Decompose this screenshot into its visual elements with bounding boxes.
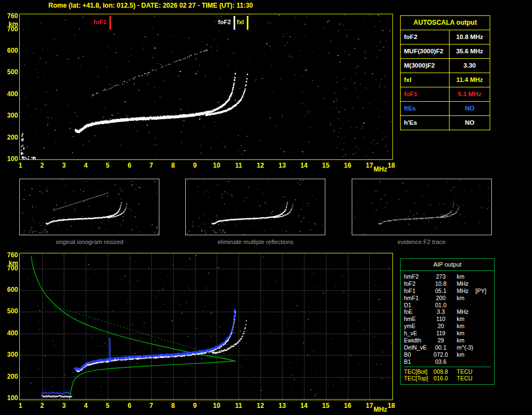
aip-rows: hmF2273kmfoF210.8MHzfoF105.1MHz[PY]hmF12…	[401, 271, 494, 384]
x-tick-label: 13	[279, 402, 286, 410]
y-tick-label: 600	[3, 47, 18, 54]
aip-row: TEC[Bot]009.8TECU	[404, 368, 491, 375]
aip-row-unit: TECU	[450, 375, 474, 382]
aip-row-value: 119	[431, 330, 450, 337]
aip-row-unit: km	[450, 295, 474, 302]
x-tick-label: 8	[171, 162, 175, 169]
thumbnail-no-multiples-canvas	[186, 179, 325, 235]
x-tick-label: 4	[84, 402, 88, 410]
aip-row: foE3.3MHz	[404, 308, 494, 316]
thumbnail-original-canvas	[20, 179, 159, 235]
aip-row: hmF1200km	[404, 295, 494, 302]
aip-row-unit: km	[450, 323, 474, 330]
autoscala-row: M(3000)F23.30	[401, 59, 490, 73]
x-tick-label: 4	[84, 162, 88, 169]
aip-row-value: 01.0	[431, 302, 450, 309]
thumbnail-f2-trace	[352, 179, 492, 235]
autoscala-row: MUF(3000)F235.6 MHz	[401, 45, 490, 59]
autoscala-row-value: NO	[450, 102, 490, 115]
aip-row-unit	[450, 358, 474, 366]
autoscala-row: fxI11.4 MHz	[401, 73, 490, 87]
fof1-marker-label: foF1	[94, 19, 107, 25]
autoscala-row: h'EsNO	[401, 116, 490, 130]
x-axis-unit: MHz	[374, 165, 387, 173]
x-tick-label: 5	[106, 402, 109, 410]
aip-row: hmF2273km	[404, 273, 494, 280]
autoscala-row-label: ftEs	[401, 102, 450, 115]
bottom-profile-canvas	[20, 253, 392, 400]
aip-row-label: foE	[404, 308, 431, 316]
x-tick-label: 3	[62, 402, 66, 410]
autoscala-header: AUTOSCALA output	[401, 16, 490, 30]
x-tick-label: 2	[40, 402, 44, 410]
x-tick-label: 11	[235, 402, 242, 410]
aip-row-value: 03.6	[431, 358, 450, 366]
x-tick-label: 16	[344, 162, 351, 169]
y-tick-label: 100	[3, 394, 18, 402]
top-ionogram-plot: foF1foF2fxI	[19, 14, 393, 160]
aip-row-label: ymE	[404, 323, 431, 330]
aip-row-value: 00.1	[431, 344, 450, 351]
thumbnail-caption: original ionogram resized	[56, 239, 124, 245]
autoscala-row-value: 10.8 MHz	[450, 30, 490, 44]
y-tick-label: 200	[3, 373, 18, 380]
x-tick-label: 9	[193, 162, 197, 169]
fof2-marker-label: foF2	[218, 19, 231, 25]
autoscala-row-value: 11.4 MHz	[450, 73, 490, 87]
x-tick-label: 18	[387, 162, 395, 169]
aip-row-label: DelN_vE	[404, 344, 431, 351]
x-tick-label: 14	[300, 402, 307, 410]
aip-row: B0072.0km	[404, 351, 494, 358]
x-tick-label: 15	[322, 402, 329, 410]
x-tick-label: 5	[106, 162, 109, 169]
x-tick-label: 2	[40, 162, 44, 169]
aip-row: D101.0	[404, 302, 494, 309]
thumbnail-caption: evidence F2 trace	[397, 239, 445, 245]
aip-row-label: hmE	[404, 316, 431, 323]
x-tick-label: 14	[300, 162, 307, 169]
x-tick-label: 1	[19, 162, 23, 169]
y-tick-label: 500	[3, 307, 18, 315]
aip-row-label: B1	[404, 358, 431, 366]
aip-row: Ewidth29km	[404, 337, 494, 344]
autoscala-output-table: AUTOSCALA outputfoF210.8 MHzMUF(3000)F23…	[400, 15, 490, 130]
aip-row-label: TEC[Bot]	[404, 368, 431, 375]
top-ionogram-canvas	[20, 14, 392, 159]
thumbnail-no-multiples	[185, 179, 325, 235]
y-tick-label: 760	[3, 251, 18, 259]
aip-row: B103.6	[404, 358, 494, 366]
aip-row-label: foF2	[404, 280, 431, 287]
x-tick-label: 6	[128, 402, 131, 410]
autoscala-row-label: MUF(3000)F2	[401, 45, 450, 58]
x-tick-label: 9	[193, 402, 197, 410]
autoscala-row-label: M(3000)F2	[401, 59, 450, 73]
aip-row-unit	[450, 302, 474, 309]
y-tick-label: 200	[3, 134, 18, 141]
aip-row-label: Ewidth	[404, 337, 431, 344]
fof2-marker-line	[234, 16, 235, 30]
autoscala-row-value: NO	[450, 116, 490, 130]
y-tick-label: 300	[3, 112, 18, 119]
aip-row-value: 05.1	[431, 287, 450, 295]
aip-row-value: 3.3	[431, 308, 450, 316]
aip-row-value: 10.8	[431, 280, 450, 287]
x-tick-label: 7	[149, 402, 153, 410]
x-tick-label: 18	[387, 402, 395, 410]
aip-row: foF210.8MHz	[404, 280, 494, 287]
aip-row: DelN_vE00.1m^(-3)	[404, 344, 494, 351]
x-tick-label: 11	[235, 162, 242, 169]
bottom-profile-plot	[19, 253, 393, 400]
x-tick-label: 3	[62, 162, 66, 169]
y-tick-label: 100	[3, 155, 18, 163]
aip-row: foF105.1MHz[PY]	[404, 287, 494, 295]
x-tick-label: 10	[213, 162, 220, 169]
x-tick-label: 7	[149, 162, 153, 169]
aip-row: h_vE119km	[404, 330, 494, 337]
x-tick-label: 17	[366, 162, 373, 169]
y-tick-label: 300	[3, 351, 18, 358]
aip-row-value: 110	[431, 316, 450, 323]
aip-row-label: hmF2	[404, 273, 431, 280]
aip-row-value: 009.8	[431, 368, 450, 375]
aip-row-unit: km	[450, 316, 474, 323]
x-axis-unit: MHz	[374, 406, 387, 413]
